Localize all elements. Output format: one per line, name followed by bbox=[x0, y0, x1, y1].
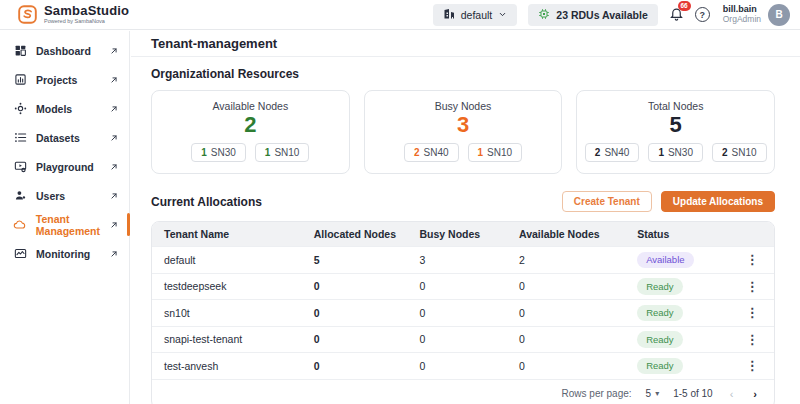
rdu-badge-label: 23 RDUs Available bbox=[556, 9, 647, 21]
card-chips: 1 SN30 1 SN10 bbox=[158, 143, 343, 162]
chip-count: 1 bbox=[265, 147, 271, 158]
table-header-row: Tenant NameAllocated NodesBusy NodesAvai… bbox=[152, 222, 774, 246]
sambanova-logo-icon bbox=[18, 5, 37, 24]
card-chips: 2 SN40 1 SN10 bbox=[371, 143, 556, 162]
resource-card: Busy Nodes 3 2 SN40 1 SN10 bbox=[364, 90, 563, 174]
top-bar: SambaStudio Powered by SambaNova default bbox=[0, 0, 800, 30]
node-type-chip: 1 SN30 bbox=[191, 143, 246, 162]
cell-available-nodes: 2 bbox=[519, 254, 637, 266]
cell-available-nodes: 0 bbox=[519, 307, 637, 319]
cell-tenant-name: testdeepseek bbox=[152, 280, 314, 292]
status-badge: Ready bbox=[637, 331, 682, 347]
chip-count: 2 bbox=[722, 147, 728, 158]
status-badge: Ready bbox=[637, 305, 682, 321]
chip-label: SN10 bbox=[487, 147, 512, 158]
card-title: Total Nodes bbox=[583, 100, 768, 112]
sidebar-item-tenant-management[interactable]: Tenant Management bbox=[0, 210, 129, 239]
cell-busy-nodes: 0 bbox=[419, 333, 519, 345]
cloud-icon bbox=[13, 218, 27, 231]
next-page-button[interactable]: › bbox=[750, 388, 760, 400]
sidebar-item-users[interactable]: Users bbox=[0, 181, 129, 210]
avatar[interactable]: B bbox=[768, 4, 790, 26]
caret-down-icon: ▾ bbox=[655, 389, 659, 398]
table-body: default 5 3 2 Available ⋮ testdeepseek 0… bbox=[152, 246, 774, 379]
cell-tenant-name: default bbox=[152, 254, 314, 266]
card-value: 5 bbox=[583, 113, 768, 137]
sidebar-item-datasets[interactable]: Datasets bbox=[0, 123, 129, 152]
rows-per-page-label: Rows per page: bbox=[562, 388, 632, 399]
update-allocations-button[interactable]: Update Allocations bbox=[661, 191, 775, 212]
create-tenant-button[interactable]: Create Tenant bbox=[562, 191, 652, 212]
current-allocations-title: Current Allocations bbox=[151, 195, 262, 209]
brand-tagline: Powered by SambaNova bbox=[44, 19, 129, 25]
table-pagination: Rows per page: 5 ▾ 1-5 of 10 ‹ › bbox=[152, 379, 774, 404]
external-link-icon bbox=[109, 75, 119, 85]
table-row: snapi-test-tenant 0 0 0 Ready ⋮ bbox=[152, 326, 774, 353]
sidebar-item-dashboard[interactable]: Dashboard bbox=[0, 36, 129, 65]
table-row: default 5 3 2 Available ⋮ bbox=[152, 246, 774, 273]
chip-label: SN40 bbox=[423, 147, 448, 158]
previous-page-button[interactable]: ‹ bbox=[727, 388, 737, 400]
cell-busy-nodes: 0 bbox=[419, 360, 519, 372]
brand-logo: SambaStudio Powered by SambaNova bbox=[18, 4, 129, 25]
external-link-icon bbox=[109, 191, 119, 201]
notifications-button[interactable]: 66 bbox=[669, 6, 684, 23]
chip-count: 1 bbox=[201, 147, 207, 158]
cell-allocated-nodes: 0 bbox=[314, 307, 420, 319]
datasets-icon bbox=[13, 131, 27, 144]
chip-label: SN30 bbox=[211, 147, 236, 158]
tenant-selector-dropdown[interactable]: default bbox=[433, 4, 518, 26]
card-chips: 2 SN40 1 SN30 2 SN10 bbox=[583, 143, 768, 162]
chip-count: 1 bbox=[658, 147, 664, 158]
table-row: test-anvesh 0 0 0 Ready ⋮ bbox=[152, 352, 774, 379]
chip-count: 1 bbox=[478, 147, 484, 158]
pagination-range: 1-5 of 10 bbox=[673, 388, 712, 399]
allocations-table: Tenant NameAllocated NodesBusy NodesAvai… bbox=[151, 221, 775, 404]
column-header: Status bbox=[637, 228, 730, 240]
row-actions-menu-icon[interactable]: ⋮ bbox=[740, 252, 765, 267]
rows-per-page-select[interactable]: 5 ▾ bbox=[646, 388, 660, 399]
user-menu[interactable]: bill.bain OrgAdmin B bbox=[723, 4, 790, 26]
rdu-availability-badge[interactable]: 23 RDUs Available bbox=[528, 4, 657, 26]
sidebar: Dashboard Projects Models Datasets bbox=[0, 31, 130, 404]
models-icon bbox=[13, 102, 27, 115]
node-type-chip: 1 SN30 bbox=[648, 143, 703, 162]
page-title: Tenant-management bbox=[151, 36, 277, 51]
chip-label: SN40 bbox=[604, 147, 629, 158]
users-icon bbox=[13, 189, 27, 202]
cell-tenant-name: snapi-test-tenant bbox=[152, 333, 314, 345]
cell-available-nodes: 0 bbox=[519, 333, 637, 345]
resource-card: Total Nodes 5 2 SN40 1 SN30 2 SN10 bbox=[576, 90, 775, 174]
tenant-selector-value: default bbox=[461, 9, 493, 21]
external-link-icon bbox=[109, 220, 119, 230]
dashboard-icon bbox=[13, 44, 27, 57]
column-header: Busy Nodes bbox=[419, 228, 519, 240]
notification-count-badge: 66 bbox=[678, 1, 691, 11]
organizational-resources-title: Organizational Resources bbox=[151, 67, 775, 81]
resource-card: Available Nodes 2 1 SN30 1 SN10 bbox=[151, 90, 350, 174]
organization-icon bbox=[443, 8, 455, 22]
main-content: Tenant-management Organizational Resourc… bbox=[131, 31, 800, 404]
status-badge: Ready bbox=[637, 278, 682, 294]
table-row: sn10t 0 0 0 Ready ⋮ bbox=[152, 299, 774, 326]
node-type-chip: 2 SN40 bbox=[404, 143, 459, 162]
sidebar-nav: Dashboard Projects Models Datasets bbox=[0, 36, 129, 268]
row-actions-menu-icon[interactable]: ⋮ bbox=[740, 332, 765, 347]
row-actions-menu-icon[interactable]: ⋮ bbox=[740, 279, 765, 294]
playground-icon bbox=[13, 160, 27, 173]
cell-allocated-nodes: 0 bbox=[314, 360, 420, 372]
help-button[interactable]: ? bbox=[695, 7, 710, 22]
node-type-chip: 2 SN10 bbox=[712, 143, 767, 162]
chevron-down-icon bbox=[498, 9, 507, 21]
chip-count: 2 bbox=[414, 147, 420, 158]
row-actions-menu-icon[interactable]: ⋮ bbox=[740, 358, 765, 373]
node-type-chip: 1 SN10 bbox=[255, 143, 310, 162]
sidebar-item-projects[interactable]: Projects bbox=[0, 65, 129, 94]
column-header: Tenant Name bbox=[152, 228, 314, 240]
cell-allocated-nodes: 0 bbox=[314, 333, 420, 345]
row-actions-menu-icon[interactable]: ⋮ bbox=[740, 305, 765, 320]
card-title: Busy Nodes bbox=[371, 100, 556, 112]
sidebar-item-models[interactable]: Models bbox=[0, 94, 129, 123]
sidebar-item-playground[interactable]: Playground bbox=[0, 152, 129, 181]
sidebar-item-monitoring[interactable]: Monitoring bbox=[0, 239, 129, 268]
